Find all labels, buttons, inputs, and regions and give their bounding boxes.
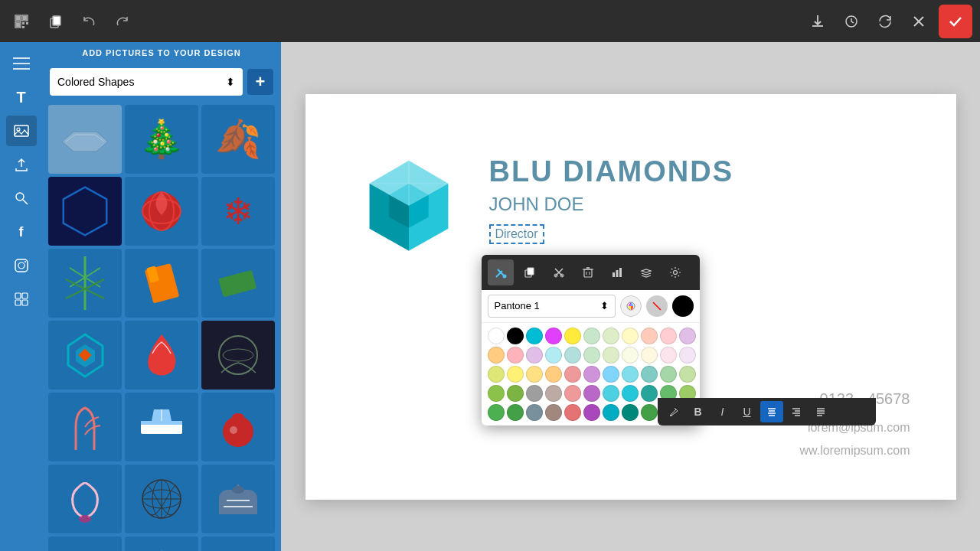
copy-icon[interactable] <box>41 8 69 35</box>
color-swatch[interactable] <box>583 366 600 383</box>
color-swatch[interactable] <box>603 404 619 421</box>
color-swatch[interactable] <box>583 385 600 402</box>
shape-item[interactable] <box>125 249 198 318</box>
color-swatch[interactable] <box>622 404 639 421</box>
shape-item[interactable]: 🎄 <box>125 105 198 174</box>
shape-item[interactable] <box>48 249 122 318</box>
close-icon[interactable] <box>905 8 933 35</box>
download-icon[interactable] <box>804 8 831 35</box>
cut-tool[interactable] <box>546 259 572 285</box>
strip-facebook-icon[interactable]: f <box>6 217 37 247</box>
shape-item[interactable] <box>48 393 122 461</box>
color-swatch[interactable] <box>507 366 524 383</box>
color-swatch[interactable] <box>660 347 677 364</box>
shape-item[interactable] <box>48 105 122 174</box>
color-swatch[interactable] <box>622 328 639 344</box>
chart-tool[interactable] <box>604 259 630 285</box>
align-right-button[interactable] <box>785 401 808 422</box>
bold-button[interactable]: B <box>687 401 710 422</box>
color-swatch[interactable] <box>564 385 581 402</box>
color-swatch[interactable] <box>603 347 619 364</box>
italic-button[interactable]: I <box>711 401 734 422</box>
underline-button[interactable]: U <box>736 401 759 422</box>
color-swatch[interactable] <box>507 347 524 364</box>
color-swatch[interactable] <box>583 328 600 344</box>
layers-tool[interactable] <box>633 259 659 285</box>
color-swatch[interactable] <box>545 328 562 344</box>
strip-text-icon[interactable]: T <box>6 82 37 112</box>
undo-icon[interactable] <box>75 8 103 35</box>
color-swatch[interactable] <box>660 366 677 383</box>
color-swatch[interactable] <box>641 385 658 402</box>
color-swatch[interactable] <box>603 366 619 383</box>
strip-menu-icon[interactable] <box>6 48 37 79</box>
pantone-dropdown[interactable]: Pantone 1 ⬍ <box>488 295 616 318</box>
strip-image-icon[interactable] <box>6 116 37 146</box>
shape-item[interactable] <box>48 321 122 390</box>
shape-item[interactable] <box>201 393 275 461</box>
strip-search-icon[interactable] <box>6 183 37 214</box>
color-swatch[interactable] <box>526 328 543 344</box>
no-color-btn[interactable] <box>646 295 668 317</box>
shape-item[interactable] <box>201 321 275 390</box>
color-swatch[interactable] <box>583 404 600 421</box>
shape-item[interactable] <box>201 465 275 533</box>
color-swatch[interactable] <box>564 404 581 421</box>
shape-item[interactable] <box>125 393 198 461</box>
color-swatch[interactable] <box>564 328 581 344</box>
align-justify-button[interactable] <box>809 401 832 422</box>
shape-item[interactable]: 🍂 <box>201 105 275 174</box>
color-swatch[interactable] <box>564 366 581 383</box>
color-picker-btn[interactable] <box>620 295 642 317</box>
duplicate-tool[interactable] <box>517 259 543 285</box>
shape-item[interactable] <box>48 177 122 246</box>
color-swatch[interactable] <box>526 404 543 421</box>
color-swatch[interactable] <box>679 328 696 344</box>
color-swatch[interactable] <box>488 366 505 383</box>
refresh-icon[interactable] <box>871 8 899 35</box>
settings-tool[interactable] <box>662 259 688 285</box>
category-dropdown[interactable]: Colored Shapes ⬍ <box>50 68 243 96</box>
history-icon[interactable] <box>838 8 865 35</box>
color-swatch[interactable] <box>603 385 619 402</box>
shape-item[interactable] <box>125 465 198 533</box>
shape-item[interactable] <box>125 321 198 390</box>
shape-item[interactable] <box>125 177 198 246</box>
color-swatch[interactable] <box>507 404 524 421</box>
shape-item[interactable] <box>201 536 275 551</box>
color-swatch[interactable] <box>603 328 619 344</box>
color-swatch[interactable] <box>545 385 562 402</box>
color-swatch[interactable] <box>622 385 639 402</box>
color-swatch[interactable] <box>641 366 658 383</box>
color-swatch[interactable] <box>583 347 600 364</box>
color-swatch[interactable] <box>545 404 562 421</box>
color-swatch[interactable] <box>526 366 543 383</box>
color-swatch[interactable] <box>622 347 639 364</box>
color-swatch[interactable] <box>545 347 562 364</box>
color-swatch[interactable] <box>622 366 639 383</box>
color-swatch[interactable] <box>679 347 696 364</box>
redo-icon[interactable] <box>109 8 136 35</box>
color-swatch[interactable] <box>488 347 505 364</box>
delete-tool[interactable] <box>575 259 601 285</box>
add-category-button[interactable]: + <box>247 69 273 95</box>
shape-item[interactable] <box>48 536 122 551</box>
color-swatch[interactable] <box>545 366 562 383</box>
color-swatch[interactable] <box>641 404 658 421</box>
color-swatch[interactable] <box>526 347 543 364</box>
shape-item[interactable] <box>48 465 122 533</box>
color-swatch[interactable] <box>641 328 658 344</box>
shape-item[interactable]: ❄ <box>201 177 275 246</box>
paint-bucket-tool[interactable] <box>488 259 514 285</box>
color-swatch[interactable] <box>507 328 524 344</box>
strip-upload-icon[interactable] <box>6 149 37 180</box>
confirm-button[interactable] <box>939 5 972 38</box>
color-swatch[interactable] <box>526 385 543 402</box>
shape-item[interactable] <box>201 249 275 318</box>
color-swatch[interactable] <box>488 328 505 344</box>
qr-icon[interactable] <box>8 8 35 35</box>
color-swatch[interactable] <box>641 347 658 364</box>
shape-item[interactable] <box>125 536 198 551</box>
card-title[interactable]: Director <box>489 224 544 244</box>
edit-text-button[interactable] <box>662 401 685 422</box>
